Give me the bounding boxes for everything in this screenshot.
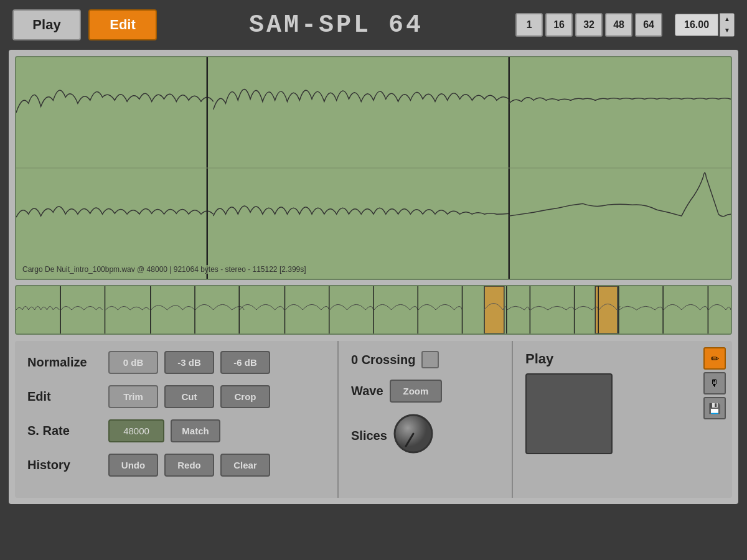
pencil-icon: ✏ xyxy=(711,353,719,365)
crossing-row: 0 Crossing xyxy=(351,351,499,368)
side-icons: ✏ 🎙 💾 xyxy=(703,347,726,419)
normalize-row: Normalize 0 dB -3 dB -6 dB xyxy=(27,351,325,374)
controls-left: Normalize 0 dB -3 dB -6 dB Edit Trim Cut… xyxy=(15,341,339,498)
slices-knob[interactable] xyxy=(393,414,437,457)
normalize-0db-button[interactable]: 0 dB xyxy=(108,351,158,374)
channel-16-button[interactable]: 16 xyxy=(545,13,573,37)
play-section-label: Play xyxy=(525,351,720,367)
srate-input[interactable] xyxy=(108,419,164,442)
controls-right: Play ✏ 🎙 💾 xyxy=(513,341,732,498)
waveform-svg xyxy=(16,57,731,279)
wave-row: Wave Zoom xyxy=(351,380,499,403)
channel-48-button[interactable]: 48 xyxy=(605,13,632,37)
channel-1-button[interactable]: 1 xyxy=(515,13,543,37)
app-title: SAM-SPL 64 xyxy=(164,11,508,39)
edit-button[interactable]: Edit xyxy=(88,9,157,40)
main-waveform[interactable]: Cargo De Nuit_intro_100bpm.wav @ 48000 |… xyxy=(15,56,732,280)
channel-64-button[interactable]: 64 xyxy=(635,13,662,37)
pencil-icon-button[interactable]: ✏ xyxy=(703,347,726,370)
channel-buttons: 1 16 32 48 64 xyxy=(515,13,662,37)
wave-label: Wave xyxy=(351,384,383,398)
clear-button[interactable]: Clear xyxy=(220,454,270,477)
controls-middle: 0 Crossing Wave Zoom Slices xyxy=(339,341,513,498)
header: Play Edit SAM-SPL 64 1 16 32 48 64 16.00… xyxy=(0,0,747,50)
save-icon: 💾 xyxy=(708,403,721,414)
match-button[interactable]: Match xyxy=(171,419,220,442)
srate-row: S. Rate Match xyxy=(27,419,325,442)
channel-32-button[interactable]: 32 xyxy=(575,13,603,37)
controls-area: Normalize 0 dB -3 dB -6 dB Edit Trim Cut… xyxy=(15,341,732,498)
zoom-up-button[interactable]: ▲ xyxy=(720,14,734,25)
play-button[interactable]: Play xyxy=(12,9,81,40)
play-pad[interactable] xyxy=(525,373,613,454)
mini-waveform-svg xyxy=(16,286,731,334)
edit-label: Edit xyxy=(27,390,102,404)
normalize-label: Normalize xyxy=(27,355,102,370)
normalize-6db-button[interactable]: -6 dB xyxy=(220,351,270,374)
slices-row: Slices xyxy=(351,414,499,457)
file-info-label: Cargo De Nuit_intro_100bpm.wav @ 48000 |… xyxy=(22,265,306,274)
wave-zoom-button[interactable]: Zoom xyxy=(390,380,443,403)
history-label: History xyxy=(27,458,102,472)
redo-button[interactable]: Redo xyxy=(164,454,214,477)
main-content: Cargo De Nuit_intro_100bpm.wav @ 48000 |… xyxy=(9,50,738,504)
crossing-checkbox[interactable] xyxy=(421,351,439,368)
normalize-3db-button[interactable]: -3 dB xyxy=(164,351,214,374)
mic-icon: 🎙 xyxy=(710,378,720,389)
srate-label: S. Rate xyxy=(27,424,102,438)
history-row: History Undo Redo Clear xyxy=(27,454,325,477)
edit-row: Edit Trim Cut Crop xyxy=(27,385,325,408)
crop-button[interactable]: Crop xyxy=(220,385,270,408)
knob-svg xyxy=(393,414,434,454)
trim-button[interactable]: Trim xyxy=(108,385,158,408)
zoom-arrows: ▲ ▼ xyxy=(720,13,735,37)
undo-button[interactable]: Undo xyxy=(108,454,158,477)
zoom-value: 16.00 xyxy=(675,14,718,36)
svg-rect-17 xyxy=(484,286,504,334)
cut-button[interactable]: Cut xyxy=(164,385,214,408)
mini-waveform[interactable] xyxy=(15,285,732,335)
save-icon-button[interactable]: 💾 xyxy=(703,397,726,419)
zoom-down-button[interactable]: ▼ xyxy=(720,25,734,36)
crossing-label: 0 Crossing xyxy=(351,353,415,367)
mic-icon-button[interactable]: 🎙 xyxy=(703,372,726,394)
zoom-control: 16.00 ▲ ▼ xyxy=(675,13,735,37)
slices-label: Slices xyxy=(351,429,387,443)
